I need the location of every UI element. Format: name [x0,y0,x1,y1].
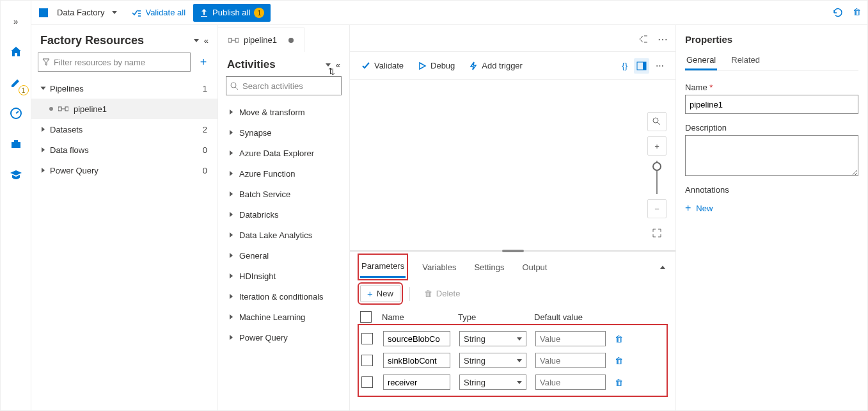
tree-pipelines[interactable]: Pipelines 1 [31,78,217,99]
expand-icon[interactable] [638,34,649,44]
activity-group[interactable]: Iteration & conditionals [218,286,349,307]
new-label: New [377,289,393,298]
tree-dataflows[interactable]: Data flows 0 [31,140,217,160]
chevron-down-icon [517,337,522,341]
collapse-activities-button[interactable]: « [336,60,340,70]
activity-group[interactable]: Data Lake Analytics [218,225,349,245]
prop-tab-related[interactable]: Related [730,51,761,70]
add-resource-button[interactable]: + [196,54,211,70]
param-type-select[interactable]: String [459,375,526,390]
search-activities-input[interactable]: Search activities [226,76,342,95]
parameter-row: String [361,350,664,371]
tree-pipeline1[interactable]: pipeline1 [31,99,217,119]
nav-manage[interactable] [4,133,28,156]
row-checkbox[interactable] [361,333,373,344]
validate-button[interactable]: Validate [361,61,404,70]
param-type-select[interactable]: String [459,331,526,346]
filter-placeholder: Filter resources by name [54,58,145,67]
delete-parameter-button[interactable]: Delete [419,286,466,301]
activity-group[interactable]: Move & transform [218,102,349,122]
new-annotation-button[interactable]: + New [685,202,858,214]
chevron-right-icon [230,171,233,176]
activity-group[interactable]: Databricks [218,204,349,225]
zoom-slider[interactable] [656,161,658,194]
new-parameter-button[interactable]: + New [360,285,400,302]
param-default-input[interactable] [535,375,606,390]
pipeline-name-input[interactable] [685,95,858,114]
filter-resources-input[interactable]: Filter resources by name [38,52,191,72]
activity-group[interactable]: Azure Function [218,163,349,184]
chevron-right-icon [230,130,233,135]
nav-home[interactable] [4,40,28,63]
more-icon[interactable]: ⋯ [656,61,664,70]
zoom-slider-thumb[interactable] [652,162,661,171]
refresh-icon[interactable] [832,7,844,19]
caret-right-icon [42,127,45,132]
param-default-input[interactable] [535,331,606,346]
tree-datasets[interactable]: Datasets 2 [31,119,217,140]
delete-icon[interactable] [853,7,861,19]
prop-tab-general[interactable]: General [685,51,717,70]
param-default-input[interactable] [535,353,606,368]
pipeline-tab[interactable]: pipeline1 [218,28,304,52]
main-area: Data Factory Validate all Publish all 1 … [31,1,867,410]
description-textarea[interactable] [685,135,858,176]
tree-item-count: 0 [203,166,207,175]
tree-item-label: Data flows [50,145,89,155]
tab-output[interactable]: Output [521,257,548,277]
trash-icon [424,289,432,298]
activity-group[interactable]: Batch Service [218,184,349,204]
fit-screen-button[interactable] [647,223,667,243]
resize-grip[interactable] [502,250,524,252]
validate-all-button[interactable]: Validate all [131,8,185,18]
collapse-bottom-icon[interactable] [660,266,665,269]
activity-group[interactable]: Synapse [218,122,349,143]
delete-row-button[interactable] [615,378,630,387]
row-checkbox[interactable] [361,376,373,388]
delete-row-button[interactable] [615,334,630,344]
row-checkbox[interactable] [361,355,373,366]
debug-button[interactable]: Debug [418,61,455,70]
activity-group[interactable]: Machine Learning [218,307,349,327]
zoom-out-button[interactable]: − [647,199,667,218]
svg-rect-5 [65,107,68,111]
delete-row-button[interactable] [615,356,630,366]
chevron-right-icon [230,232,233,238]
brand-dropdown-icon[interactable] [112,11,117,14]
tab-label: pipeline1 [244,35,277,45]
activity-group[interactable]: HDInsight [218,266,349,286]
tab-variables[interactable]: Variables [421,257,457,277]
add-trigger-button[interactable]: Add trigger [469,61,523,70]
pipeline-canvas[interactable]: + − Parameters Variables Setting [350,80,675,410]
param-type-select[interactable]: String [459,353,526,368]
search-canvas-button[interactable] [647,112,667,131]
param-name-input[interactable] [383,375,450,390]
select-all-checkbox[interactable] [360,311,372,323]
param-name-input[interactable] [383,353,450,368]
activity-group[interactable]: General [218,245,349,266]
properties-title: Properties [685,34,858,45]
publish-all-button[interactable]: Publish all 1 [193,4,271,22]
param-name-input[interactable] [383,331,450,346]
search-icon [652,117,661,126]
expand-nav-button[interactable]: » [4,10,28,33]
chevron-right-icon [230,335,233,340]
tab-settings[interactable]: Settings [473,257,505,277]
tab-parameters[interactable]: Parameters [360,256,406,278]
nav-monitor[interactable] [4,102,28,125]
nav-author[interactable]: 1 [4,71,28,94]
more-icon[interactable]: ⋯ [658,33,668,45]
svg-rect-2 [14,140,18,142]
zoom-in-button[interactable]: + [647,136,667,156]
nav-learn[interactable] [4,163,28,186]
code-view-button[interactable]: {} [622,61,627,70]
activities-chevron-icon[interactable]: ⇅ [326,63,331,67]
activity-group[interactable]: Power Query [218,327,349,348]
resources-chevron-icon[interactable] [194,39,199,42]
collapse-resources-button[interactable]: « [204,36,209,45]
properties-pane-button[interactable] [634,58,649,74]
activity-group[interactable]: Azure Data Explorer [218,143,349,163]
tree-powerquery[interactable]: Power Query 0 [31,160,217,181]
left-nav: » 1 [1,1,31,410]
parameter-table: Name Type Default value String [350,307,675,401]
